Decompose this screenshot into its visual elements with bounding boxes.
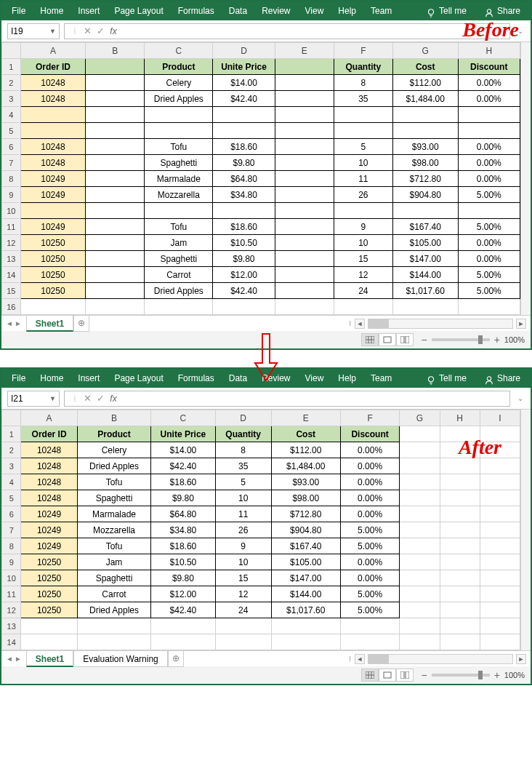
cell[interactable]: $42.40 [151,602,215,618]
cell[interactable]: Dried Apples [145,283,213,299]
cell[interactable] [480,554,520,570]
cell[interactable]: Spaghetti [77,490,151,506]
cell[interactable] [480,442,520,458]
worksheet-after[interactable]: ABCDEFGHI1Order IDProductUnite PriceQuan… [1,410,520,650]
page-break-view-icon[interactable] [396,333,414,346]
scroll-right-icon[interactable]: ► [516,654,526,664]
ribbon-menu-insert[interactable]: Insert [70,1,107,20]
cell[interactable]: 0.00% [458,155,520,171]
ribbon-menu-data[interactable]: Data [222,369,254,388]
cell[interactable] [275,59,334,75]
cell[interactable]: $147.00 [392,251,458,267]
cell[interactable]: 15 [334,251,392,267]
row-header-11[interactable]: 11 [2,219,21,235]
row-header-10[interactable]: 10 [2,203,21,219]
cell[interactable] [480,426,520,442]
cancel-formula-button[interactable]: ✕ [81,393,94,404]
cell[interactable]: Celery [145,75,213,91]
row-header-8[interactable]: 8 [2,538,21,554]
cell[interactable]: 10249 [20,187,86,203]
cell[interactable]: $18.60 [151,538,215,554]
cell[interactable]: Dried Apples [77,458,151,474]
cell[interactable]: 35 [334,91,392,107]
cell[interactable] [275,155,334,171]
cell[interactable] [86,107,145,123]
cell[interactable]: $167.40 [271,538,340,554]
cell[interactable]: $1,017.60 [271,602,340,618]
ribbon-menu-view[interactable]: View [298,369,331,388]
cell[interactable] [271,634,340,650]
cell[interactable] [145,123,213,139]
cell[interactable]: Order ID [21,426,77,442]
cell[interactable] [480,474,520,490]
cell[interactable] [86,203,145,219]
cell[interactable] [213,123,275,139]
fx-button[interactable]: fx [107,394,120,404]
cell[interactable] [440,474,480,490]
cell[interactable]: Carrot [145,267,213,283]
page-break-view-icon[interactable] [396,669,414,682]
scroll-right-icon[interactable]: ► [516,319,526,329]
cell[interactable] [480,506,520,522]
cell[interactable] [77,618,151,634]
cell[interactable] [86,187,145,203]
zoom-in-button[interactable]: + [494,334,500,346]
accept-formula-button[interactable]: ✓ [94,25,107,36]
cell[interactable]: Quantity [215,426,271,442]
cell[interactable]: 11 [334,171,392,187]
cell[interactable] [440,442,480,458]
row-header-9[interactable]: 9 [2,554,21,570]
cell[interactable]: 10248 [21,490,77,506]
cell[interactable]: $18.60 [213,139,275,155]
cell[interactable] [458,203,520,219]
cell[interactable] [275,107,334,123]
cell[interactable]: Tofu [77,474,151,490]
cell[interactable] [213,203,275,219]
cell[interactable] [271,618,340,634]
share-button[interactable]: Share [477,369,528,388]
zoom-out-button[interactable]: − [421,669,427,681]
cell[interactable]: 0.00% [458,139,520,155]
zoom-in-button[interactable]: + [494,669,500,681]
cell[interactable]: 5.00% [458,187,520,203]
cell[interactable] [215,634,271,650]
expand-formula-bar-icon[interactable]: ⌄ [515,27,526,35]
row-header-5[interactable]: 5 [2,490,21,506]
cell[interactable] [440,586,480,602]
cell[interactable]: 10250 [21,586,77,602]
cell[interactable]: 0.00% [458,75,520,91]
cell[interactable]: $9.80 [151,490,215,506]
cell[interactable]: Mozzarella [145,187,213,203]
row-header-2[interactable]: 2 [2,442,21,458]
cell[interactable]: 35 [215,458,271,474]
vertical-scrollbar[interactable] [520,410,531,650]
cell[interactable] [86,283,145,299]
ribbon-menu-review[interactable]: Review [254,1,297,20]
cell[interactable]: Jam [145,235,213,251]
cell[interactable]: $98.00 [271,490,340,506]
cell[interactable]: $14.00 [213,75,275,91]
cell[interactable] [334,123,392,139]
cell[interactable]: 0.00% [340,458,400,474]
cell[interactable]: Spaghetti [77,570,151,586]
cell[interactable] [86,59,145,75]
cell[interactable]: $1,484.00 [392,91,458,107]
cell[interactable]: 5.00% [458,283,520,299]
cell[interactable] [86,155,145,171]
row-header-1[interactable]: 1 [2,426,21,442]
cell[interactable]: Tofu [145,219,213,235]
share-button[interactable]: Share [477,1,528,20]
cell[interactable] [458,299,520,315]
cell[interactable] [145,107,213,123]
cell[interactable]: Cost [392,59,458,75]
cell[interactable]: 12 [215,586,271,602]
cell[interactable] [86,299,145,315]
cell[interactable]: Tofu [77,538,151,554]
cell[interactable] [20,299,86,315]
cell[interactable]: $112.00 [392,75,458,91]
cell[interactable] [400,586,440,602]
cell[interactable]: $14.00 [151,442,215,458]
select-all-corner[interactable] [2,410,21,426]
cell[interactable]: 0.00% [340,474,400,490]
cell[interactable] [400,570,440,586]
